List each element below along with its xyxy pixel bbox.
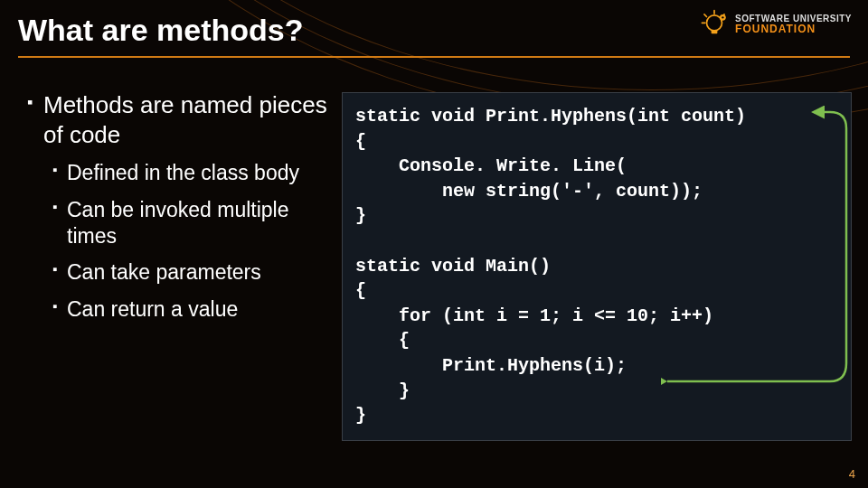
- bullet-list: Methods are named pieces of code Defined…: [27, 90, 335, 332]
- code-block: static void Print.Hyphens(int count) { C…: [342, 92, 852, 441]
- bullet-sub: Can be invoked multiple times: [52, 197, 335, 249]
- svg-line-3: [704, 14, 707, 17]
- bullet-sub: Can take parameters: [52, 259, 335, 286]
- lightbulb-gear-icon: [699, 9, 730, 40]
- title-underline: [18, 56, 850, 58]
- logo-line2: FOUNDATION: [735, 23, 852, 34]
- slide-title: What are methods?: [18, 13, 303, 48]
- page-number: 4: [849, 467, 855, 481]
- svg-point-7: [722, 16, 723, 18]
- bullet-sub: Defined in the class body: [52, 160, 335, 186]
- svg-rect-1: [712, 30, 718, 33]
- bullet-main: Methods are named pieces of code: [27, 90, 335, 149]
- bullet-sub: Can return a value: [52, 296, 335, 323]
- logo: SOFTWARE UNIVERSITY FOUNDATION: [699, 9, 852, 40]
